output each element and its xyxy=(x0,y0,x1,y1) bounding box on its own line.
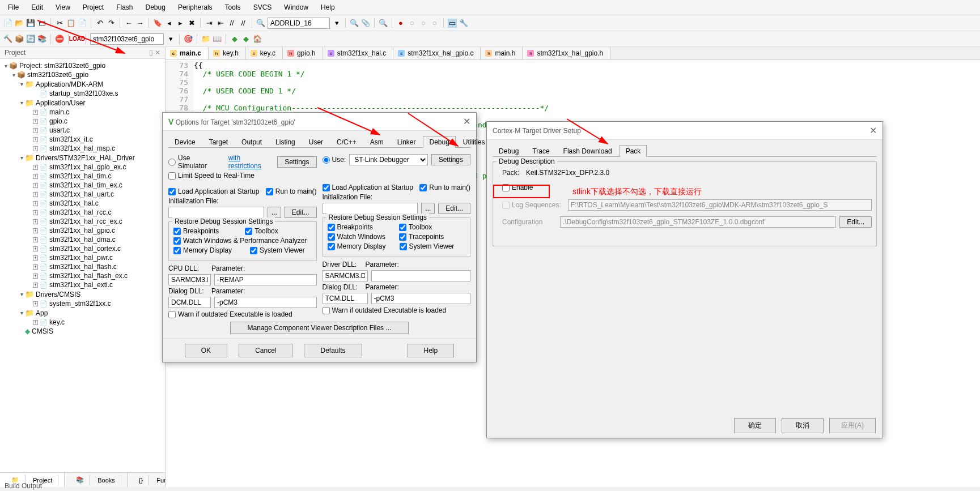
menu-tools[interactable]: Tools xyxy=(219,2,247,13)
watch-perf-check[interactable]: Watch Windows & Performance Analyzer xyxy=(173,237,312,245)
sysview-check-1[interactable]: System Viewer xyxy=(250,246,305,254)
build-icon[interactable]: 🔨 xyxy=(3,35,12,44)
target-selector[interactable] xyxy=(90,33,164,45)
zoom-icon[interactable]: 🔍 xyxy=(379,19,388,28)
menu-project[interactable]: Project xyxy=(77,2,109,13)
build-target-icon[interactable]: 📦 xyxy=(15,35,24,44)
tree-node[interactable]: ◆CMSIS xyxy=(1,327,164,336)
saveall-icon[interactable]: 🗃 xyxy=(37,19,46,28)
menu-svcs[interactable]: SVCS xyxy=(248,2,278,13)
defaults-button[interactable]: Defaults xyxy=(304,344,362,357)
file-tab[interactable]: hkey.h xyxy=(209,47,246,59)
memory-check-2[interactable]: Memory Display xyxy=(328,242,386,250)
memory-check-1[interactable]: Memory Display xyxy=(173,246,232,254)
driverdll-input[interactable] xyxy=(323,270,368,281)
undo-icon[interactable]: ↶ xyxy=(95,19,104,28)
warn-check-2[interactable]: Warn if outdated Executable is loaded xyxy=(323,306,471,314)
tree-node[interactable]: ▾📁Application/User xyxy=(1,98,164,108)
toolbox-check-2[interactable]: Toolbox xyxy=(399,223,432,231)
limit-speed-check[interactable]: Limit Speed to Real-Time xyxy=(168,172,254,180)
tree-node[interactable]: +📄stm32f1xx_hal_dma.c xyxy=(1,235,164,244)
tree-node[interactable]: +📄main.c xyxy=(1,108,164,117)
use-simulator-radio[interactable]: Use Simulator xyxy=(168,154,219,170)
tree-node[interactable]: +📄stm32f1xx_hal_rcc.c xyxy=(1,208,164,217)
options-tab-target[interactable]: Target xyxy=(203,136,234,148)
tree-node[interactable]: +📄stm32f1xx_hal_pwr.c xyxy=(1,253,164,262)
cpudll-input[interactable] xyxy=(168,274,211,285)
file-tab[interactable]: cstm32f1xx_hal.c xyxy=(323,47,394,59)
tree-node[interactable]: +📄stm32f1xx_hal_exti.c xyxy=(1,280,164,289)
manage-components-button[interactable]: Manage Component Viewer Description File… xyxy=(230,322,409,334)
rebuild-icon[interactable]: 🔄 xyxy=(26,35,35,44)
bottom-tab-books[interactable]: 📚Books xyxy=(65,473,128,487)
books-icon[interactable]: 📖 xyxy=(213,35,222,44)
config-icon[interactable]: 🔧 xyxy=(459,19,468,28)
load-app-check-1[interactable]: Load Application at Startup xyxy=(168,187,259,195)
options-tab-listing[interactable]: Listing xyxy=(269,136,302,148)
file-tab[interactable]: cstm32f1xx_hal_gpio.c xyxy=(393,47,481,59)
options-tab-linker[interactable]: Linker xyxy=(391,136,422,148)
copy-icon[interactable]: 📋 xyxy=(66,19,75,28)
bookmark-next-icon[interactable]: ▸ xyxy=(176,19,185,28)
init-file-input-2[interactable] xyxy=(323,203,418,214)
close-icon[interactable]: ✕ xyxy=(869,125,877,136)
rec3-icon[interactable]: ○ xyxy=(419,19,428,28)
rec-icon[interactable]: ● xyxy=(396,19,405,28)
dialogdll-param-input-2[interactable] xyxy=(371,293,471,304)
tree-node[interactable]: 📄startup_stm32f103xe.s xyxy=(1,89,164,98)
menu-peripherals[interactable]: Peripherals xyxy=(172,2,218,13)
options-tab-user[interactable]: User xyxy=(303,136,329,148)
config-edit-button[interactable]: Edit... xyxy=(839,216,872,228)
cortex-tab-flash-download[interactable]: Flash Download xyxy=(557,145,618,157)
tree-node[interactable]: +📄stm32f1xx_hal_tim_ex.c xyxy=(1,181,164,190)
tree-node[interactable]: +📄stm32f1xx_hal_tim.c xyxy=(1,172,164,181)
pack-icon[interactable]: ◆ xyxy=(230,35,239,44)
debugger-settings-button[interactable]: Settings xyxy=(431,154,470,165)
close-icon[interactable]: ✕ xyxy=(463,116,470,127)
run-main-check-2[interactable]: Run to main() xyxy=(419,183,470,191)
cut-icon[interactable]: ✂ xyxy=(55,19,64,28)
warn-check-1[interactable]: Warn if outdated Executable is loaded xyxy=(168,310,317,318)
options-tab-debug[interactable]: Debug xyxy=(423,136,455,148)
window-icon[interactable]: ▭ xyxy=(448,19,457,28)
file-tab[interactable]: cmain.c xyxy=(166,47,209,59)
breakpoints-check-1[interactable]: Breakpoints xyxy=(173,227,219,235)
tree-node[interactable]: +📄usart.c xyxy=(1,126,164,135)
tree-node[interactable]: +📄stm32f1xx_hal.c xyxy=(1,199,164,208)
sysview-check-2[interactable]: System Viewer xyxy=(400,242,455,250)
open-icon[interactable]: 📂 xyxy=(15,19,24,28)
home-icon[interactable]: 🏠 xyxy=(253,35,262,44)
tree-node[interactable]: +📄stm32f1xx_hal_uart.c xyxy=(1,190,164,199)
paste-icon[interactable]: 📄 xyxy=(78,19,87,28)
tree-node[interactable]: +📄stm32f1xx_hal_flash.c xyxy=(1,262,164,271)
rec2-icon[interactable]: ○ xyxy=(408,19,417,28)
menu-debug[interactable]: Debug xyxy=(140,2,171,13)
save-icon[interactable]: 💾 xyxy=(26,19,35,28)
options-icon[interactable]: 🎯 xyxy=(184,35,193,44)
runtime-icon[interactable]: ◆ xyxy=(241,35,251,44)
insert-icon[interactable]: 📎 xyxy=(361,19,370,28)
options-tab-c/c++[interactable]: C/C++ xyxy=(330,136,363,148)
target-dropdown-icon[interactable]: ▾ xyxy=(166,35,175,44)
enable-check[interactable]: Enable xyxy=(502,183,533,191)
tree-node[interactable]: +📄stm32f1xx_hal_msp.c xyxy=(1,144,164,153)
uncomment-icon[interactable]: // xyxy=(239,19,248,28)
file-tab[interactable]: hstm32f1xx_hal_gpio.h xyxy=(523,47,610,59)
tree-node[interactable]: ▾📁Drivers/STM32F1xx_HAL_Driver xyxy=(1,153,164,163)
sim-settings-button[interactable]: Settings xyxy=(277,156,316,168)
debugger-select[interactable]: ST-Link Debugger xyxy=(349,154,427,165)
back-icon[interactable]: ← xyxy=(124,19,133,28)
tree-node[interactable]: +📄stm32f1xx_hal_flash_ex.c xyxy=(1,271,164,280)
ok-button[interactable]: OK xyxy=(185,344,227,357)
watch-check[interactable]: Watch Windows xyxy=(328,233,386,241)
redo-icon[interactable]: ↷ xyxy=(107,19,116,28)
tree-node[interactable]: +📄stm32f1xx_hal_gpio.c xyxy=(1,226,164,235)
browse-button-2[interactable]: ... xyxy=(421,203,435,214)
options-tab-device[interactable]: Device xyxy=(168,136,202,148)
use-debugger-radio[interactable]: Use: xyxy=(323,156,346,164)
tree-node[interactable]: +📄stm32f1xx_hal_rcc_ex.c xyxy=(1,217,164,226)
options-tab-output[interactable]: Output xyxy=(235,136,268,148)
bookmark-clear-icon[interactable]: ✖ xyxy=(187,19,196,28)
breakpoints-check-2[interactable]: Breakpoints xyxy=(328,223,373,231)
batch-build-icon[interactable]: 📚 xyxy=(37,35,46,44)
